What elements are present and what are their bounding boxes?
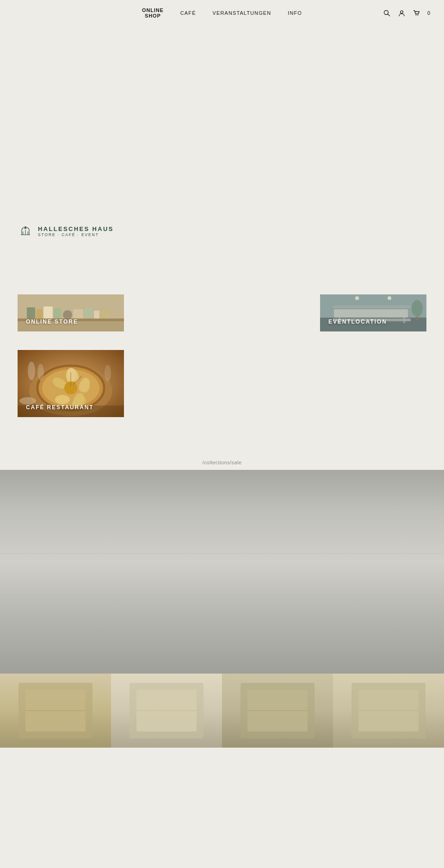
- main-nav: ONLINE SHOP CAFÉ VERANSTALTUNGEN INFO: [142, 7, 302, 19]
- svg-point-57: [19, 397, 36, 405]
- svg-rect-19: [85, 307, 93, 318]
- eventlocation-image: [320, 294, 426, 331]
- cards-row-1: ONLINE STORE: [18, 294, 426, 331]
- nav-brand-online-shop[interactable]: ONLINE SHOP: [142, 7, 164, 19]
- svg-point-3: [416, 14, 417, 15]
- user-icon[interactable]: [398, 9, 406, 17]
- gray-banner-section: [0, 470, 444, 674]
- nav-veranstaltungen[interactable]: VERANSTALTUNGEN: [213, 10, 271, 16]
- svg-point-2: [401, 11, 403, 13]
- svg-point-46: [55, 395, 70, 404]
- site-logo[interactable]: HALLESCHES HAUS STORE · CAFÉ · EVENT: [18, 223, 114, 239]
- eventlocation-card[interactable]: EVENTLOCATION: [320, 294, 426, 331]
- svg-rect-13: [27, 307, 35, 318]
- svg-rect-21: [101, 308, 110, 318]
- nav-info[interactable]: INFO: [288, 10, 302, 16]
- cards-row-2: CAFÉ RESTAURANT: [18, 350, 426, 417]
- svg-rect-60: [0, 553, 444, 554]
- svg-point-49: [80, 378, 90, 393]
- eventlocation-label: EVENTLOCATION: [328, 318, 387, 325]
- svg-rect-32: [416, 317, 419, 320]
- svg-rect-61: [0, 599, 444, 600]
- svg-point-4: [418, 14, 419, 15]
- hero-section: HALLESCHES HAUS STORE · CAFÉ · EVENT: [0, 26, 444, 267]
- product-thumb-1[interactable]: [0, 674, 111, 748]
- cafe-restaurant-card[interactable]: CAFÉ RESTAURANT: [18, 350, 124, 417]
- svg-rect-59: [0, 470, 444, 674]
- svg-rect-16: [54, 308, 61, 318]
- svg-line-1: [388, 14, 390, 16]
- cards-section: ONLINE STORE: [0, 267, 444, 454]
- svg-point-55: [37, 364, 44, 381]
- cart-icon[interactable]: [413, 9, 421, 17]
- svg-rect-15: [43, 306, 53, 318]
- cards-spacer: [124, 294, 320, 331]
- svg-point-56: [105, 365, 111, 381]
- svg-point-17: [63, 310, 72, 319]
- online-store-illustration: [18, 294, 124, 331]
- cafe-restaurant-label: CAFÉ RESTAURANT: [26, 404, 94, 411]
- svg-point-31: [412, 300, 423, 317]
- logo-text-group: HALLESCHES HAUS STORE · CAFÉ · EVENT: [38, 225, 114, 237]
- online-store-card[interactable]: ONLINE STORE: [18, 294, 124, 331]
- logo-main-text: HALLESCHES HAUS: [38, 225, 114, 232]
- cart-count: 0: [427, 10, 430, 16]
- nav-cafe[interactable]: CAFÉ: [180, 10, 196, 16]
- svg-point-54: [28, 362, 35, 380]
- online-store-label: ONLINE STORE: [26, 318, 78, 325]
- eventlocation-illustration: [320, 294, 426, 331]
- svg-point-9: [25, 227, 26, 228]
- search-icon[interactable]: [383, 9, 391, 17]
- svg-rect-14: [36, 309, 43, 318]
- site-header: ONLINE SHOP CAFÉ VERANSTALTUNGEN INFO: [0, 0, 444, 26]
- logo-sub-text: STORE · CAFÉ · EVENT: [38, 232, 114, 237]
- products-section: [0, 674, 444, 748]
- nav-icons-group: 0: [383, 9, 430, 17]
- logo-icon: [18, 223, 33, 239]
- product-thumb-2[interactable]: [111, 674, 222, 748]
- url-bar-section: /collections/sale: [0, 454, 444, 470]
- svg-rect-18: [73, 309, 83, 318]
- product-thumb-3[interactable]: [222, 674, 333, 748]
- online-store-image: [18, 294, 124, 331]
- svg-rect-20: [94, 311, 99, 318]
- url-text: /collections/sale: [202, 460, 241, 465]
- gray-banner-illustration: [0, 470, 444, 674]
- product-thumb-4[interactable]: [333, 674, 444, 748]
- svg-rect-30: [320, 294, 426, 318]
